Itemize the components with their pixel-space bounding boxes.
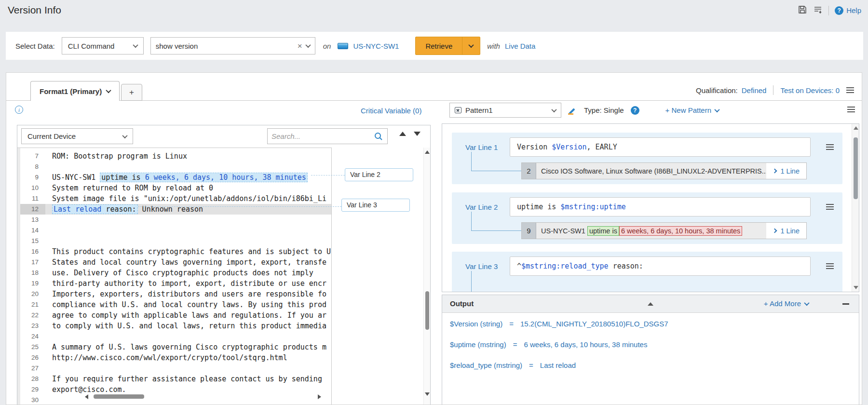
var-line-menu-icon[interactable] <box>826 204 834 210</box>
var-line-card: Var Line 1Version $Version, EARLY2Cisco … <box>452 133 842 184</box>
pattern-text: uptime is <box>517 202 560 211</box>
select-data-label: Select Data: <box>15 42 55 50</box>
add-format-tab[interactable]: + <box>121 84 142 101</box>
command-combobox[interactable]: show version × <box>150 37 315 54</box>
match-highlight: Last reload reason: <box>52 204 138 214</box>
vertical-scrollbar[interactable] <box>423 148 430 405</box>
scroll-down-icon[interactable] <box>854 286 858 289</box>
on-label: on <box>323 42 331 50</box>
retrieve-dropdown[interactable] <box>462 44 480 48</box>
line-gutter: 8 <box>17 162 45 172</box>
line-gutter: 20 <box>17 289 45 299</box>
pattern-menu-icon[interactable] <box>847 107 855 112</box>
var-line-annotation[interactable]: Var Line 2 <box>345 168 413 181</box>
output-panel: Output + Add More $Version (string)=15.2… <box>442 295 859 405</box>
code-line: 11System image file is "unix:/opt/unetla… <box>17 193 331 204</box>
clear-icon[interactable]: × <box>298 42 302 50</box>
line-text: to comply with U.S. and local laws, retu… <box>45 321 326 331</box>
line-gutter: 13 <box>17 215 45 225</box>
current-device-select[interactable]: Current Device <box>21 128 133 144</box>
var-line-card: Var Line 3^$mstring:reload_type reason: <box>452 252 842 292</box>
line-text: agree to comply with applicable laws and… <box>45 310 326 321</box>
help-link[interactable]: ? Help <box>835 6 861 15</box>
type-help-icon[interactable]: ? <box>631 106 639 115</box>
expand-lines-button[interactable]: 1 Line <box>766 223 806 239</box>
scroll-up-icon[interactable] <box>425 150 430 154</box>
line-text: Importers, exporters, distributors and u… <box>45 289 326 299</box>
qualification-defined-link[interactable]: Defined <box>742 86 767 94</box>
code-text: ROM: Bootstrap program is Linux <box>52 152 187 161</box>
search-input[interactable]: Search... <box>267 128 388 144</box>
data-type-select[interactable]: CLI Command <box>62 37 144 54</box>
code-line: 28If you require further assistance plea… <box>17 374 331 384</box>
scrollbar-thumb[interactable] <box>854 137 858 199</box>
expand-lines-button[interactable]: 1 Line <box>766 163 806 179</box>
save-icon[interactable] <box>798 5 807 16</box>
scroll-left-icon[interactable] <box>85 394 88 399</box>
var-line-menu-icon[interactable] <box>826 263 834 269</box>
match-row: 2Cisco IOS Software, Linux Software (I86… <box>521 162 807 179</box>
line-number: 21 <box>20 299 45 310</box>
new-pattern-button[interactable]: + New Pattern <box>665 106 719 114</box>
line-gutter: 28 <box>17 374 45 384</box>
code-text: http://www.cisco.com/wwl/export/crypto/t… <box>52 353 287 362</box>
output-variable-name: $Version (string) <box>450 320 502 328</box>
code-line: 14 <box>17 225 331 236</box>
var-line-menu-icon[interactable] <box>826 144 834 150</box>
scroll-down-icon[interactable] <box>425 392 430 396</box>
critical-variable-link[interactable]: Critical Variable (0) <box>361 107 421 115</box>
line-text: http://www.cisco.com/wwl/export/crypto/t… <box>45 352 287 363</box>
scroll-right-icon[interactable] <box>318 394 321 399</box>
code-line: 7ROM: Bootstrap program is Linux <box>17 151 331 162</box>
line-gutter: 7 <box>17 151 45 162</box>
chevron-down-icon <box>133 42 138 48</box>
retrieve-button[interactable]: Retrieve <box>415 37 480 55</box>
pattern-input[interactable]: uptime is $mstring:uptime <box>510 197 811 216</box>
line-number: 23 <box>20 321 45 331</box>
scrollbar-thumb[interactable] <box>94 394 144 399</box>
line-gutter: 22 <box>17 310 45 321</box>
scroll-up-icon[interactable] <box>854 126 858 130</box>
code-line: 26http://www.cisco.com/wwl/export/crypto… <box>17 352 331 363</box>
search-next-icon[interactable] <box>414 132 420 136</box>
pattern-select[interactable]: Pattern1 <box>449 103 561 118</box>
search-prev-icon[interactable] <box>399 132 406 136</box>
info-icon[interactable]: i <box>15 106 23 114</box>
pattern-variable: $mstring:reload_type <box>521 262 609 270</box>
cli-output-viewer[interactable]: 67ROM: Bootstrap program is Linux89US-NY… <box>17 148 332 405</box>
line-text <box>45 363 52 374</box>
minimize-icon[interactable] <box>842 303 849 305</box>
line-gutter: 11 <box>17 193 45 204</box>
live-data-link[interactable]: Live Data <box>505 42 535 50</box>
output-variable-name: $uptime (mstring) <box>450 340 506 349</box>
match-red-segment: 6 weeks, 6 days, 10 hours, 38 minutes <box>619 226 742 236</box>
device-link[interactable]: US-NYC-SW1 <box>353 42 399 50</box>
code-text: uptime is <box>101 173 145 182</box>
equals-sign: = <box>513 340 517 349</box>
pattern-input[interactable]: ^$mstring:reload_type reason: <box>510 256 811 276</box>
var-line-label: Var Line 2 <box>465 203 498 211</box>
device-icon <box>338 43 348 49</box>
add-more-button[interactable]: + Add More <box>764 299 809 308</box>
var-line-annotation[interactable]: Var Line 3 <box>341 199 410 212</box>
pattern-input[interactable]: Version $Version, EARLY <box>510 137 811 157</box>
chevron-down-icon <box>551 107 556 112</box>
test-on-devices-link[interactable]: Test on Devices: 0 <box>780 86 840 94</box>
line-number: 9 <box>20 172 45 183</box>
tab-format1-primary[interactable]: Format1 (Primary) <box>30 81 120 101</box>
scrollbar-thumb[interactable] <box>425 291 429 330</box>
save-as-list-icon[interactable] <box>813 5 823 16</box>
line-gutter: 23 <box>17 321 45 331</box>
match-green-segment: uptime is <box>587 226 619 236</box>
menu-icon[interactable] <box>846 87 854 93</box>
line-number: 25 <box>20 342 45 352</box>
line-gutter: 27 <box>17 363 45 374</box>
code-line: 22agree to comply with applicable laws a… <box>17 310 331 321</box>
match-row: 9US-NYC-SW1 uptime is6 weeks, 6 days, 10… <box>521 222 807 239</box>
edit-pattern-icon[interactable] <box>568 106 577 115</box>
vertical-scrollbar[interactable] <box>852 124 859 292</box>
line-gutter: 19 <box>17 278 45 289</box>
code-line: 19third-party authority to import, expor… <box>17 278 331 289</box>
horizontal-scrollbar[interactable] <box>85 393 321 400</box>
collapse-icon[interactable] <box>648 294 653 302</box>
